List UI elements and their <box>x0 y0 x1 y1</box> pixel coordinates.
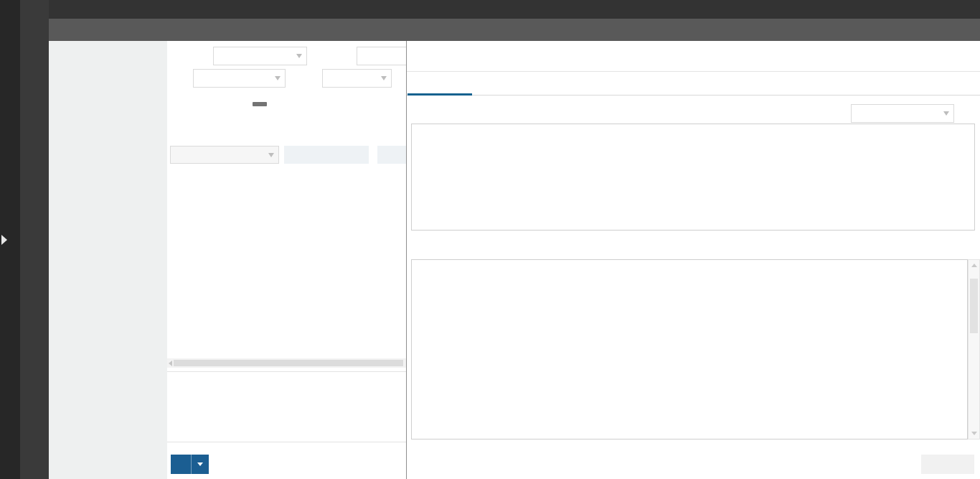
terms-dropdown[interactable] <box>322 69 392 88</box>
scrollbar-thumb[interactable] <box>970 279 978 333</box>
actions-button[interactable] <box>377 146 406 164</box>
chevron-down-icon <box>943 111 949 116</box>
uom-dropdown[interactable] <box>851 104 954 123</box>
divider <box>167 442 406 442</box>
tab-bar <box>49 0 980 19</box>
order-nav-panel <box>49 41 167 479</box>
scrollbar-thumb[interactable] <box>174 360 403 366</box>
scroll-down-icon[interactable] <box>971 432 977 435</box>
current-customer-table <box>411 124 975 231</box>
cancel-button[interactable] <box>921 455 974 474</box>
horizontal-scrollbar[interactable] <box>167 358 406 368</box>
price-info-header <box>407 41 980 72</box>
sale-order-panel <box>167 41 406 479</box>
scroll-up-icon[interactable] <box>971 264 977 267</box>
void-order-button[interactable] <box>171 455 209 474</box>
gear-icon[interactable] <box>961 103 975 118</box>
chevron-down-icon <box>268 153 274 157</box>
status-badge <box>253 102 267 106</box>
void-order-label[interactable] <box>171 455 191 474</box>
chevron-down-icon <box>197 462 203 466</box>
status-filter-dropdown[interactable] <box>170 146 279 164</box>
popular-items-button[interactable] <box>284 146 369 164</box>
icon-sidebar <box>20 0 49 479</box>
sidebar-expander-icon[interactable] <box>1 235 7 245</box>
customer-dropdown[interactable] <box>213 47 307 65</box>
scroll-left-icon[interactable] <box>169 361 172 366</box>
active-tab-underline <box>407 93 472 96</box>
chevron-down-icon <box>381 76 387 80</box>
price-info-panel <box>406 41 980 479</box>
chevron-down-icon <box>275 76 281 80</box>
vertical-scrollbar[interactable] <box>968 259 980 440</box>
app-window <box>0 0 980 479</box>
chevron-down-icon <box>296 54 302 58</box>
contact-input[interactable] <box>357 47 406 65</box>
order-items-table <box>167 167 406 390</box>
other-customers-table <box>411 259 968 440</box>
rep-dropdown[interactable] <box>193 69 286 88</box>
void-order-menu-button[interactable] <box>191 455 209 474</box>
window-title-bar <box>49 19 980 41</box>
divider <box>167 371 406 372</box>
price-info-tabs <box>407 72 980 96</box>
